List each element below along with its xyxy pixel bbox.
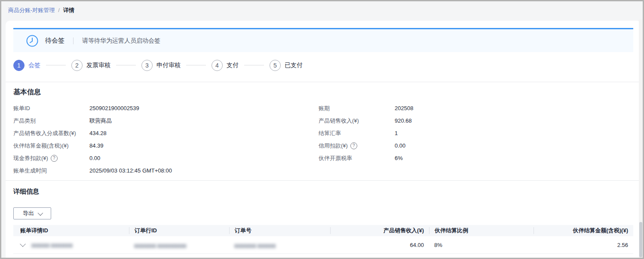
step-3-label: 申付审核 xyxy=(156,62,181,69)
order-line-id-masked: ▆▆▆▆▆▆ ▆▆▆▆▆▆▆▆ xyxy=(134,243,187,248)
field-label: 产品类别 xyxy=(13,117,36,125)
cell-product-sales-revenue: 64.00 xyxy=(330,242,429,248)
field-label: 账期 xyxy=(319,105,330,112)
table-row: ▆▆▆▆▆▆ ▆▆▆▆▆▆ ▆▆▆▆▆▆▆ ▆▆▆▆▆▆▆▆▆ ▆▆▆▆▆▆▆ … xyxy=(13,254,633,259)
help-icon[interactable]: ? xyxy=(350,142,357,149)
table-row: ▆▆▆▆▆ ▆▆▆▆▆▆ ▆▆▆▆▆▆ ▆▆▆▆▆▆▆▆ ▆▆▆▆▆▆ ▆▆▆▆… xyxy=(13,236,633,254)
step-2-label: 发票审核 xyxy=(86,62,110,69)
step-connector xyxy=(46,65,66,65)
col-header-partner-settle-ratio: 伙伴结算比例 xyxy=(429,227,534,234)
step-4-pay: 4 支付 xyxy=(212,60,239,71)
progress-steps: 1 会签 2 发票审核 3 申付审核 4 支付 5 已支付 xyxy=(13,59,633,71)
field-value: 6% xyxy=(395,155,403,161)
field-value: 1 xyxy=(395,130,398,136)
banner-divider xyxy=(73,37,74,44)
field-settlement-exchange-rate: 结算汇率 1 xyxy=(319,127,624,139)
app-window: 商品分账-对账管理 / 详情 待会签 请等待华为运营人员启动会签 1 会签 2 … xyxy=(0,0,644,259)
step-5-label: 已支付 xyxy=(285,62,303,69)
field-label: 产品销售收入分成基数(¥) xyxy=(13,130,76,137)
section-divider xyxy=(6,180,641,181)
field-value: 0.00 xyxy=(395,142,405,149)
detail-table: 账单详情ID 订单行ID 订单号 产品销售收入(¥) 伙伴结算比例 伙伴结算金额… xyxy=(13,225,633,259)
field-label: 伙伴结算金额(含税)(¥) xyxy=(13,142,69,150)
field-bill-id: 账单ID 2509021900002539 xyxy=(13,102,319,114)
basic-info-grid: 账单ID 2509021900002539 产品类别 联营商品 产品销售收入分成… xyxy=(13,102,633,177)
table-header-row: 账单详情ID 订单行ID 订单号 产品销售收入(¥) 伙伴结算比例 伙伴结算金额… xyxy=(13,225,633,236)
cell-partner-settle-amount: 2.56 xyxy=(534,242,633,248)
step-connector xyxy=(244,65,264,65)
field-value: 0.00 xyxy=(89,155,100,161)
step-3-payment-request-review: 3 申付审核 xyxy=(141,60,181,71)
field-cash-coupon-deduction: 现金券扣款(¥) ? 0.00 xyxy=(13,152,319,164)
field-credit-deduction: 信用扣款(¥) ? 0.00 xyxy=(319,139,624,152)
status-text: 待会签 xyxy=(45,37,64,45)
field-value: 2025/09/03 03:12:45 GMT+08:00 xyxy=(89,167,172,174)
step-3-number: 3 xyxy=(141,60,153,71)
field-value: 920.68 xyxy=(395,117,412,124)
field-value: 联营商品 xyxy=(89,117,112,125)
vertical-scrollbar xyxy=(639,19,643,258)
breadcrumb-separator: / xyxy=(58,7,60,13)
field-label: 账单ID xyxy=(13,105,30,112)
export-button-label: 导出 xyxy=(23,210,34,217)
col-header-order-no: 订单号 xyxy=(229,227,330,234)
col-header-bill-detail-id: 账单详情ID xyxy=(13,227,129,234)
status-banner: 待会签 请等待华为运营人员启动会签 xyxy=(13,28,633,52)
order-no-masked: ▆▆▆▆▆▆ ▆▆▆▆▆ xyxy=(234,243,276,248)
vertical-scrollbar-thumb[interactable] xyxy=(639,222,642,257)
breadcrumb-current: 详情 xyxy=(63,6,74,14)
step-4-label: 支付 xyxy=(227,62,239,69)
step-5-number: 5 xyxy=(270,60,281,71)
detail-card: 待会签 请等待华为运营人员启动会签 1 会签 2 发票审核 3 申付审核 4 xyxy=(6,21,641,258)
step-connector xyxy=(186,65,206,65)
detail-info-title: 详细信息 xyxy=(13,188,633,196)
col-header-partner-settle-amount: 伙伴结算金额(含税)(¥) xyxy=(534,227,633,234)
field-label: 信用扣款(¥) xyxy=(319,142,348,150)
field-partner-invoice-tax-rate: 伙伴开票税率 6% xyxy=(319,152,624,164)
field-label: 现金券扣款(¥) xyxy=(13,154,48,162)
col-header-order-line-id: 订单行ID xyxy=(129,227,229,234)
export-button[interactable]: 导出 xyxy=(13,207,51,219)
field-value: 434.28 xyxy=(89,130,107,136)
field-revenue-share-base: 产品销售收入分成基数(¥) 434.28 xyxy=(13,127,319,139)
breadcrumb: 商品分账-对账管理 / 详情 xyxy=(1,1,643,19)
step-5-paid: 5 已支付 xyxy=(270,60,303,71)
step-2-invoice-review: 2 发票审核 xyxy=(71,60,110,71)
step-1-number: 1 xyxy=(13,60,25,71)
cell-partner-settle-ratio: 8% xyxy=(429,242,534,248)
field-value: 2509021900002539 xyxy=(89,105,139,111)
field-billing-period: 账期 202508 xyxy=(319,102,624,114)
step-4-number: 4 xyxy=(212,60,223,71)
expand-row-icon[interactable] xyxy=(20,241,26,247)
col-header-product-sales-revenue: 产品销售收入(¥) xyxy=(330,227,429,234)
field-value: 202508 xyxy=(395,105,413,111)
step-2-number: 2 xyxy=(71,60,83,71)
basic-info-title: 基本信息 xyxy=(13,88,633,97)
field-partner-settle-amount: 伙伴结算金额(含税)(¥) 84.39 xyxy=(13,139,319,152)
chevron-down-icon xyxy=(38,210,43,216)
field-product-category: 产品类别 联营商品 xyxy=(13,114,319,127)
breadcrumb-parent-link[interactable]: 商品分账-对账管理 xyxy=(8,6,55,14)
field-value: 84.39 xyxy=(89,142,104,149)
field-bill-generated-time: 账单生成时间 2025/09/03 03:12:45 GMT+08:00 xyxy=(13,164,319,177)
field-product-sales-revenue: 产品销售收入(¥) 920.68 xyxy=(319,114,624,127)
field-label: 结算汇率 xyxy=(319,130,341,137)
field-label: 产品销售收入(¥) xyxy=(319,117,359,125)
status-message: 请等待华为运营人员启动会签 xyxy=(82,37,160,45)
step-connector xyxy=(116,65,136,65)
step-1-countersign: 1 会签 xyxy=(13,60,40,71)
step-1-label: 会签 xyxy=(28,62,40,69)
field-label: 账单生成时间 xyxy=(13,167,47,175)
clock-icon xyxy=(26,35,38,47)
section-divider xyxy=(6,82,641,82)
field-label: 伙伴开票税率 xyxy=(319,154,352,162)
bill-detail-id-masked: ▆▆▆▆▆ ▆▆▆▆▆▆ xyxy=(31,242,73,248)
help-icon[interactable]: ? xyxy=(51,155,58,162)
